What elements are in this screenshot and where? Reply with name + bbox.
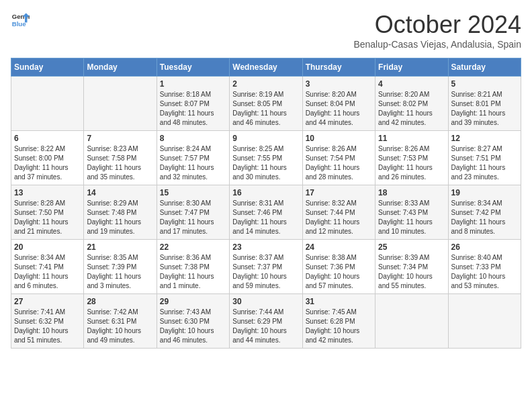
calendar-table: SundayMondayTuesdayWednesdayThursdayFrid… (11, 58, 521, 349)
column-header-friday: Friday (375, 58, 448, 77)
page-header: General Blue October 2024 Benalup-Casas … (11, 11, 521, 50)
calendar-cell: 3Sunrise: 8:20 AM Sunset: 8:04 PM Daylig… (302, 77, 375, 131)
calendar-cell (84, 77, 157, 131)
cell-content: Sunrise: 8:36 AM Sunset: 7:38 PM Dayligh… (160, 253, 226, 291)
day-number: 19 (451, 188, 518, 197)
day-number: 9 (232, 134, 299, 143)
day-number: 2 (232, 79, 299, 89)
day-number: 4 (378, 79, 445, 89)
column-header-sunday: Sunday (11, 58, 84, 77)
calendar-cell: 7Sunrise: 8:23 AM Sunset: 7:58 PM Daylig… (84, 131, 157, 185)
calendar-week-row: 1Sunrise: 8:18 AM Sunset: 8:07 PM Daylig… (11, 77, 521, 131)
calendar-cell: 24Sunrise: 8:38 AM Sunset: 7:36 PM Dayli… (302, 240, 375, 294)
calendar-cell: 27Sunrise: 7:41 AM Sunset: 6:32 PM Dayli… (11, 294, 84, 349)
cell-content: Sunrise: 8:20 AM Sunset: 8:02 PM Dayligh… (378, 90, 445, 128)
calendar-week-row: 6Sunrise: 8:22 AM Sunset: 8:00 PM Daylig… (11, 131, 521, 185)
day-number: 20 (14, 242, 81, 252)
cell-content: Sunrise: 7:42 AM Sunset: 6:31 PM Dayligh… (87, 308, 153, 345)
logo-icon: General Blue (11, 11, 30, 30)
calendar-cell: 9Sunrise: 8:25 AM Sunset: 7:55 PM Daylig… (230, 131, 302, 185)
calendar-cell: 15Sunrise: 8:30 AM Sunset: 7:47 PM Dayli… (157, 185, 229, 240)
calendar-week-row: 27Sunrise: 7:41 AM Sunset: 6:32 PM Dayli… (11, 294, 521, 349)
day-number: 31 (306, 297, 372, 306)
cell-content: Sunrise: 8:39 AM Sunset: 7:34 PM Dayligh… (378, 253, 445, 291)
day-number: 22 (160, 242, 226, 252)
calendar-cell (11, 77, 84, 131)
day-number: 7 (87, 134, 153, 143)
calendar-cell: 8Sunrise: 8:24 AM Sunset: 7:57 PM Daylig… (157, 131, 229, 185)
calendar-cell: 20Sunrise: 8:34 AM Sunset: 7:41 PM Dayli… (11, 240, 84, 294)
calendar-week-row: 13Sunrise: 8:28 AM Sunset: 7:50 PM Dayli… (11, 185, 521, 240)
cell-content: Sunrise: 8:27 AM Sunset: 7:51 PM Dayligh… (451, 144, 518, 182)
column-header-saturday: Saturday (448, 58, 521, 77)
calendar-cell: 5Sunrise: 8:21 AM Sunset: 8:01 PM Daylig… (448, 77, 521, 131)
column-header-wednesday: Wednesday (230, 58, 302, 77)
cell-content: Sunrise: 8:38 AM Sunset: 7:36 PM Dayligh… (306, 253, 372, 291)
cell-content: Sunrise: 7:44 AM Sunset: 6:29 PM Dayligh… (232, 308, 299, 345)
day-number: 28 (87, 297, 153, 306)
day-number: 18 (378, 188, 445, 197)
calendar-cell: 22Sunrise: 8:36 AM Sunset: 7:38 PM Dayli… (157, 240, 229, 294)
cell-content: Sunrise: 7:41 AM Sunset: 6:32 PM Dayligh… (14, 308, 81, 345)
cell-content: Sunrise: 8:40 AM Sunset: 7:33 PM Dayligh… (451, 253, 518, 291)
calendar-cell (375, 294, 448, 349)
cell-content: Sunrise: 8:18 AM Sunset: 8:07 PM Dayligh… (160, 90, 226, 128)
day-number: 6 (14, 134, 81, 143)
calendar-cell: 2Sunrise: 8:19 AM Sunset: 8:05 PM Daylig… (230, 77, 302, 131)
calendar-cell: 14Sunrise: 8:29 AM Sunset: 7:48 PM Dayli… (84, 185, 157, 240)
calendar-cell: 25Sunrise: 8:39 AM Sunset: 7:34 PM Dayli… (375, 240, 448, 294)
day-number: 29 (160, 297, 226, 306)
calendar-cell: 26Sunrise: 8:40 AM Sunset: 7:33 PM Dayli… (448, 240, 521, 294)
cell-content: Sunrise: 8:21 AM Sunset: 8:01 PM Dayligh… (451, 90, 518, 128)
calendar-cell: 4Sunrise: 8:20 AM Sunset: 8:02 PM Daylig… (375, 77, 448, 131)
cell-content: Sunrise: 8:32 AM Sunset: 7:44 PM Dayligh… (306, 199, 372, 236)
cell-content: Sunrise: 8:20 AM Sunset: 8:04 PM Dayligh… (306, 90, 372, 128)
day-number: 26 (451, 242, 518, 252)
cell-content: Sunrise: 8:30 AM Sunset: 7:47 PM Dayligh… (160, 199, 226, 236)
calendar-cell (448, 294, 521, 349)
calendar-cell: 23Sunrise: 8:37 AM Sunset: 7:37 PM Dayli… (230, 240, 302, 294)
day-number: 1 (160, 79, 226, 89)
cell-content: Sunrise: 8:37 AM Sunset: 7:37 PM Dayligh… (232, 253, 299, 291)
column-header-monday: Monday (84, 58, 157, 77)
cell-content: Sunrise: 8:34 AM Sunset: 7:42 PM Dayligh… (451, 199, 518, 236)
day-number: 13 (14, 188, 81, 197)
day-number: 14 (87, 188, 153, 197)
day-number: 17 (306, 188, 372, 197)
calendar-cell: 18Sunrise: 8:33 AM Sunset: 7:43 PM Dayli… (375, 185, 448, 240)
calendar-cell: 1Sunrise: 8:18 AM Sunset: 8:07 PM Daylig… (157, 77, 229, 131)
day-number: 8 (160, 134, 226, 143)
cell-content: Sunrise: 8:24 AM Sunset: 7:57 PM Dayligh… (160, 144, 226, 182)
calendar-body: 1Sunrise: 8:18 AM Sunset: 8:07 PM Daylig… (11, 77, 521, 349)
day-number: 27 (14, 297, 81, 306)
day-number: 3 (306, 79, 372, 89)
day-number: 21 (87, 242, 153, 252)
day-number: 5 (451, 79, 518, 89)
calendar-cell: 29Sunrise: 7:43 AM Sunset: 6:30 PM Dayli… (157, 294, 229, 349)
calendar-cell: 30Sunrise: 7:44 AM Sunset: 6:29 PM Dayli… (230, 294, 302, 349)
cell-content: Sunrise: 8:28 AM Sunset: 7:50 PM Dayligh… (14, 199, 81, 236)
location-subtitle: Benalup-Casas Viejas, Andalusia, Spain (353, 39, 521, 50)
calendar-cell: 19Sunrise: 8:34 AM Sunset: 7:42 PM Dayli… (448, 185, 521, 240)
calendar-cell: 31Sunrise: 7:45 AM Sunset: 6:28 PM Dayli… (302, 294, 375, 349)
cell-content: Sunrise: 8:26 AM Sunset: 7:54 PM Dayligh… (306, 144, 372, 182)
cell-content: Sunrise: 8:34 AM Sunset: 7:41 PM Dayligh… (14, 253, 81, 291)
cell-content: Sunrise: 7:43 AM Sunset: 6:30 PM Dayligh… (160, 308, 226, 345)
day-number: 16 (232, 188, 299, 197)
cell-content: Sunrise: 7:45 AM Sunset: 6:28 PM Dayligh… (306, 308, 372, 345)
title-block: October 2024 Benalup-Casas Viejas, Andal… (353, 11, 521, 50)
column-header-thursday: Thursday (302, 58, 375, 77)
day-number: 10 (306, 134, 372, 143)
cell-content: Sunrise: 8:31 AM Sunset: 7:46 PM Dayligh… (232, 199, 299, 236)
cell-content: Sunrise: 8:19 AM Sunset: 8:05 PM Dayligh… (232, 90, 299, 128)
calendar-cell: 17Sunrise: 8:32 AM Sunset: 7:44 PM Dayli… (302, 185, 375, 240)
calendar-cell: 28Sunrise: 7:42 AM Sunset: 6:31 PM Dayli… (84, 294, 157, 349)
calendar-cell: 16Sunrise: 8:31 AM Sunset: 7:46 PM Dayli… (230, 185, 302, 240)
calendar-cell: 21Sunrise: 8:35 AM Sunset: 7:39 PM Dayli… (84, 240, 157, 294)
day-number: 24 (306, 242, 372, 252)
month-title: October 2024 (353, 11, 521, 39)
cell-content: Sunrise: 8:26 AM Sunset: 7:53 PM Dayligh… (378, 144, 445, 182)
calendar-cell: 13Sunrise: 8:28 AM Sunset: 7:50 PM Dayli… (11, 185, 84, 240)
calendar-cell: 10Sunrise: 8:26 AM Sunset: 7:54 PM Dayli… (302, 131, 375, 185)
calendar-cell: 12Sunrise: 8:27 AM Sunset: 7:51 PM Dayli… (448, 131, 521, 185)
